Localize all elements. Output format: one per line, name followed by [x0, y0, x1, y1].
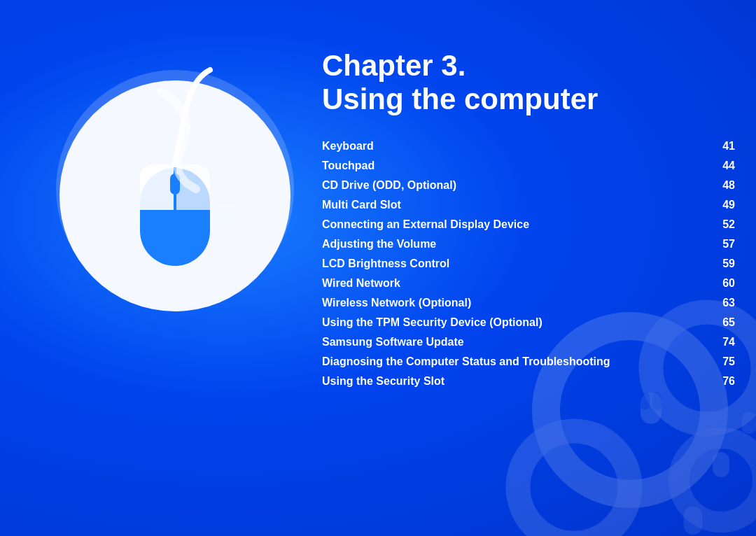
chapter-number: Chapter 3.: [322, 49, 735, 83]
toc-page: 63: [707, 297, 735, 309]
toc-page: 41: [707, 140, 735, 153]
main-content: Chapter 3. Using the computer Keyboard41…: [322, 49, 735, 522]
chapter-title: Chapter 3. Using the computer: [322, 49, 735, 117]
toc-item: Connecting an External Display Device52: [322, 215, 735, 234]
toc-item: Samsung Software Update74: [322, 332, 735, 352]
toc-label: Connecting an External Display Device: [322, 218, 707, 231]
toc-label: Touchpad: [322, 160, 707, 172]
toc-page: 44: [707, 160, 735, 172]
toc-page: 59: [707, 258, 735, 270]
toc-label: Wired Network: [322, 277, 707, 290]
toc-item: CD Drive (ODD, Optional)48: [322, 176, 735, 195]
toc-label: Wireless Network (Optional): [322, 297, 707, 309]
toc-page: 76: [707, 375, 735, 388]
toc-label: Samsung Software Update: [322, 336, 707, 348]
toc-page: 57: [707, 238, 735, 251]
toc-item: Using the Security Slot76: [322, 372, 735, 391]
toc-item: LCD Brightness Control59: [322, 254, 735, 274]
table-of-contents: Keyboard41Touchpad44CD Drive (ODD, Optio…: [322, 136, 735, 391]
svg-rect-13: [742, 412, 757, 435]
toc-item: Wired Network60: [322, 274, 735, 293]
toc-page: 75: [707, 355, 735, 368]
mouse-icon: [42, 56, 308, 322]
toc-label: Multi Card Slot: [322, 199, 707, 211]
toc-label: Adjusting the Volume: [322, 238, 707, 251]
toc-item: Adjusting the Volume57: [322, 234, 735, 254]
toc-page: 60: [707, 277, 735, 290]
toc-item: Touchpad44: [322, 156, 735, 176]
toc-item: Diagnosing the Computer Status and Troub…: [322, 352, 735, 372]
chapter-name: Using the computer: [322, 83, 735, 116]
toc-label: CD Drive (ODD, Optional): [322, 179, 707, 192]
toc-label: Diagnosing the Computer Status and Troub…: [322, 355, 707, 368]
toc-item: Wireless Network (Optional)63: [322, 293, 735, 313]
toc-item: Multi Card Slot49: [322, 195, 735, 215]
toc-label: Keyboard: [322, 140, 707, 153]
toc-label: Using the Security Slot: [322, 375, 707, 388]
toc-page: 74: [707, 336, 735, 348]
toc-page: 52: [707, 218, 735, 231]
toc-label: LCD Brightness Control: [322, 258, 707, 270]
toc-label: Using the TPM Security Device (Optional): [322, 316, 707, 329]
toc-page: 49: [707, 199, 735, 211]
toc-page: 48: [707, 179, 735, 192]
toc-item: Using the TPM Security Device (Optional)…: [322, 313, 735, 332]
toc-item: Keyboard41: [322, 136, 735, 156]
toc-page: 65: [707, 316, 735, 329]
left-illustration: [42, 56, 308, 322]
